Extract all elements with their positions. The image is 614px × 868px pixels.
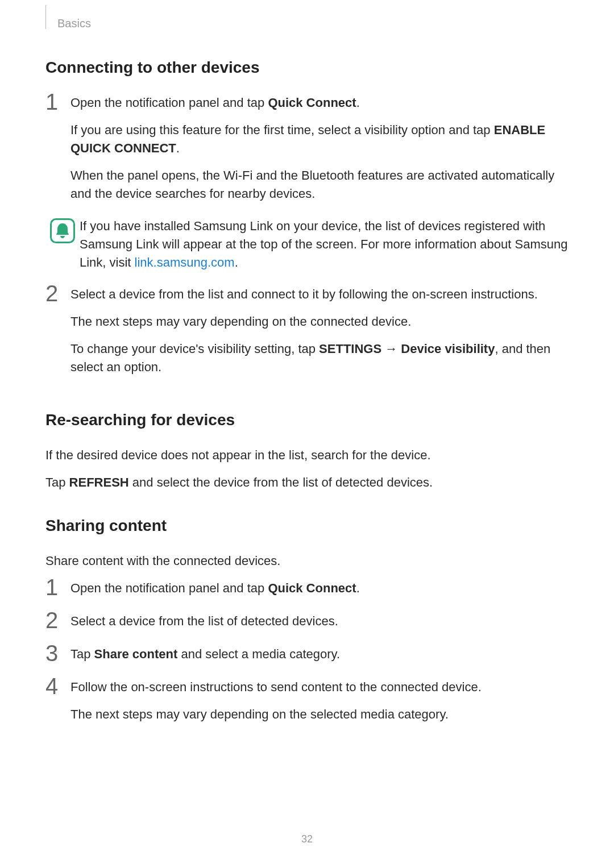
note-block: If you have installed Samsung Link on yo… [45, 217, 569, 272]
step-text: Tap Share content and select a media cat… [70, 645, 569, 663]
step-text: Select a device from the list and connec… [70, 285, 569, 304]
note-icon-wrap [45, 217, 80, 272]
step-body: Follow the on-screen instructions to sen… [70, 678, 569, 733]
step-text: Follow the on-screen instructions to sen… [70, 678, 569, 696]
step-1: 1 Open the notification panel and tap Qu… [45, 579, 569, 607]
page-header: Basics [45, 17, 569, 30]
header-divider [45, 5, 46, 29]
heading-connecting: Connecting to other devices [45, 59, 569, 77]
note-text: If you have installed Samsung Link on yo… [80, 217, 569, 272]
bell-note-icon [50, 218, 75, 243]
step-number: 2 [45, 609, 70, 639]
step-body: Select a device from the list of detecte… [70, 612, 569, 639]
step-text: The next steps may vary depending on the… [70, 705, 569, 724]
step-body: Open the notification panel and tap Quic… [70, 94, 569, 211]
step-body: Open the notification panel and tap Quic… [70, 579, 569, 607]
step-number: 1 [45, 90, 70, 211]
step-3: 3 Tap Share content and select a media c… [45, 645, 569, 672]
step-text: Open the notification panel and tap Quic… [70, 94, 569, 112]
page-number: 32 [0, 833, 614, 845]
step-text: The next steps may vary depending on the… [70, 313, 569, 331]
step-4: 4 Follow the on-screen instructions to s… [45, 678, 569, 733]
step-number: 4 [45, 675, 70, 733]
step-text: Open the notification panel and tap Quic… [70, 579, 569, 597]
step-text: When the panel opens, the Wi-Fi and the … [70, 167, 569, 203]
step-text: Select a device from the list of detecte… [70, 612, 569, 630]
step-number: 3 [45, 642, 70, 672]
step-body: Select a device from the list and connec… [70, 285, 569, 385]
heading-sharing: Sharing content [45, 517, 569, 535]
step-2: 2 Select a device from the list of detec… [45, 612, 569, 639]
paragraph: Share content with the connected devices… [45, 552, 569, 570]
paragraph: Tap REFRESH and select the device from t… [45, 474, 569, 492]
section-label: Basics [57, 17, 91, 30]
step-text: To change your device's visibility setti… [70, 340, 569, 376]
heading-researching: Re-searching for devices [45, 411, 569, 429]
step-1: 1 Open the notification panel and tap Qu… [45, 94, 569, 211]
samsung-link[interactable]: link.samsung.com [135, 255, 235, 269]
step-number: 2 [45, 282, 70, 385]
step-text: If you are using this feature for the fi… [70, 121, 569, 157]
step-body: Tap Share content and select a media cat… [70, 645, 569, 672]
paragraph: If the desired device does not appear in… [45, 446, 569, 464]
step-number: 1 [45, 576, 70, 607]
step-2: 2 Select a device from the list and conn… [45, 285, 569, 385]
